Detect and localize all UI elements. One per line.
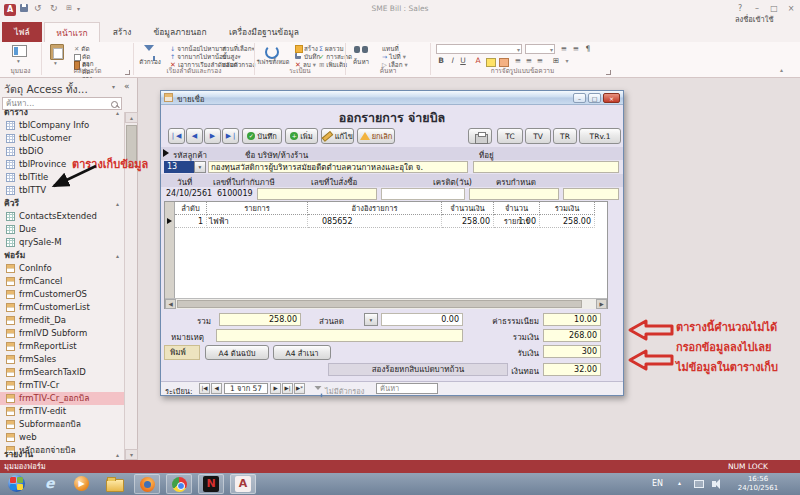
scroll-down-icon[interactable]: ▾ [125,449,138,460]
tr-button[interactable]: TR [553,128,577,144]
taskbar-firefox[interactable] [134,474,160,494]
discount-value[interactable]: 0.00 [381,313,463,326]
filter-button-label[interactable]: ตัวกรอง [134,57,166,67]
first-record-button[interactable]: |◀ [168,128,185,144]
sort-desc-item[interactable]: ↑ จากมากไปหาน้อย [170,53,226,60]
po-field[interactable] [257,188,377,200]
credit-field[interactable] [381,188,465,200]
refresh-all-label[interactable]: รีเฟรชทั้งหมด [249,58,297,66]
taskbar-wmp[interactable]: ▶ [72,475,94,495]
customer-code-combo[interactable]: 13 [164,161,194,173]
undo-button[interactable]: ↺ [34,2,42,14]
subform-hscrollbar[interactable]: ◀ ▶ [165,298,607,309]
nav-pane-menu-icon[interactable]: ▾ [112,83,115,90]
find-button-label[interactable]: ค้นหา [346,57,376,67]
customer-address-field[interactable] [473,161,619,173]
fee-value[interactable]: 10.00 [543,313,601,326]
cell-total[interactable]: 258.00 [540,215,595,228]
tab-external-data[interactable]: ข้อมูลภายนอก [144,22,216,42]
bullets-icon[interactable]: ≡ [559,44,569,54]
align-right-icon[interactable]: ≡ [535,56,545,66]
grand-total-value[interactable]: 268.00 [543,329,601,342]
close-button[interactable]: × [784,3,798,14]
sidebar-item-frmcustomeros[interactable]: frmCustomerOS [0,288,124,301]
sort-asc-item[interactable]: ↓ จากน้อยไปหามาก [170,45,226,52]
sidebar-item-frmtiv-cr[interactable]: frmTIV-Cr [0,379,124,392]
font-color-button[interactable]: A [473,56,483,66]
taskbar-chrome[interactable] [166,474,192,494]
extra-field[interactable] [563,188,619,200]
shutter-close-icon[interactable]: « [124,81,130,91]
trv1-button[interactable]: TRv.1 [579,128,621,144]
note-field[interactable] [216,329,463,342]
sidebar-item-coninfo[interactable]: ConInfo [0,262,124,275]
sidebar-item-frmsales[interactable]: frmSales [0,353,124,366]
form-window-titlebar[interactable]: ขายเชื่อ – □ × [161,91,623,105]
sidebar-item-frmcustomerlist[interactable]: frmCustomerList [0,301,124,314]
sidebar-item-contactsextended[interactable]: ContactsExtended [0,210,124,223]
prev-record-button[interactable]: ◀ [186,128,203,144]
cell-ref[interactable]: 085652 [308,215,442,228]
textfmt-launcher-icon[interactable] [606,70,611,75]
bold-button[interactable]: B [436,56,446,66]
subform-scroll-thumb[interactable] [177,300,582,308]
discount-dropdown-icon[interactable]: ▾ [364,313,378,326]
highlight-button[interactable] [486,58,496,67]
gridlines-icon[interactable]: ⊞ [551,56,561,66]
next-record-button[interactable]: ▶ [204,128,221,144]
scroll-right-icon[interactable]: ▶ [596,299,607,309]
align-left-icon[interactable]: ≡ [513,56,523,66]
refresh-all-icon[interactable] [265,45,279,59]
font-name-combo[interactable]: ▾ [436,44,522,54]
sidebar-group-tables[interactable]: ตาราง▴ [4,106,122,119]
font-size-combo[interactable]: ▾ [525,44,555,54]
sidebar-item-tblcompanyinfo[interactable]: tblCompany Info [0,119,124,132]
tray-expand-icon[interactable]: ▴ [678,479,681,486]
no-filter-label[interactable]: ไม่มีตัวกรอง [325,385,364,397]
paste-caret-icon[interactable]: ▾ [54,60,57,66]
find-icon[interactable] [354,46,368,54]
gridlines-caret-icon[interactable]: ▾ [562,56,572,66]
customer-code-dropdown-icon[interactable]: ▾ [194,161,206,173]
network-icon[interactable] [694,480,704,488]
form-minimize-button[interactable]: – [573,93,586,103]
form-close-button[interactable]: × [603,93,620,103]
add-record-button[interactable]: +เพิ่ม [285,128,318,144]
scroll-up-icon[interactable]: ▴ [125,112,138,123]
sidebar-item-frmivd-subform[interactable]: frmIVD Subform [0,327,124,340]
volume-icon[interactable] [712,481,716,487]
cell-item[interactable]: ไฟฟ้า [207,215,308,228]
start-button[interactable] [8,475,25,492]
a4-copy-button[interactable]: A4 สำเนา [273,345,331,360]
sidebar-item-frmtiv-edit[interactable]: frmTIV-edit [0,405,124,418]
tab-database-tools[interactable]: เครื่องมือฐานข้อมูล [218,22,310,42]
nav-new-record-button[interactable]: ▶* [294,383,305,394]
sidebar-item-tblttv[interactable]: tblTTV [0,184,124,197]
sidebar-group-forms[interactable]: ฟอร์ม▴ [4,249,122,262]
taskbar-access-active[interactable]: A [230,474,256,494]
fill-color-button[interactable] [499,58,509,67]
sidebar-item-frmreportlist[interactable]: frmReportList [0,340,124,353]
print-button[interactable] [468,128,492,144]
nav-last-button[interactable]: ▶| [282,383,293,394]
taskbar-clock[interactable]: 16:56 24/10/2561 [732,475,784,493]
cell-amount[interactable]: 258.00 [442,215,494,228]
tc-button[interactable]: TC [497,128,523,144]
cut-item[interactable]: ✕ ตัด [74,45,89,52]
form-maximize-button[interactable]: □ [588,93,601,103]
record-search-input[interactable]: ค้นหา [376,383,438,394]
redo-button[interactable]: ↻ [50,2,58,14]
tv-button[interactable]: TV [525,128,551,144]
nav-first-button[interactable]: |◀ [199,383,210,394]
selection-item[interactable]: ส่วนที่เลือก▾ [222,45,255,52]
sidebar-item-frmedit-da[interactable]: frmedit_Da [0,314,124,327]
clipboard-launcher-icon[interactable] [125,70,130,75]
goto-item[interactable]: → ไปที่ ▾ [382,53,406,60]
taskbar-ie[interactable]: e [40,474,62,494]
a4-original-button[interactable]: A4 ต้นฉบับ [205,345,269,360]
taxinv-value[interactable]: 6100019 [217,189,253,198]
sidebar-item-frmsearchtaxid[interactable]: frmSearchTaxID [0,366,124,379]
taskbar-explorer[interactable] [104,478,126,494]
sidebar-group-queries[interactable]: คิวรี▴ [4,197,122,210]
sidebar-item-qrysale-m[interactable]: qrySale-M [0,236,124,249]
